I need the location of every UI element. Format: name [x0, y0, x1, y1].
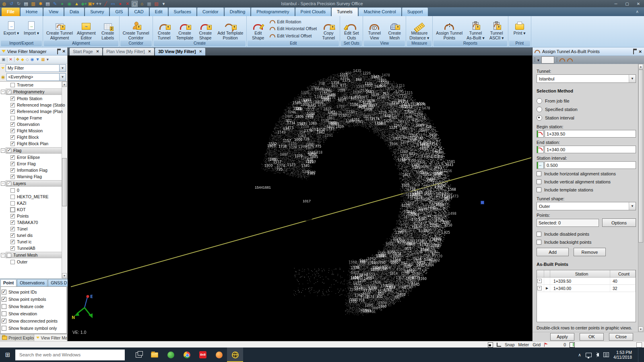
toolbar-overflow-icon[interactable]: ▾: [161, 1, 167, 7]
tree-item-kazi[interactable]: KAZI: [0, 200, 67, 206]
collapse-icon[interactable]: −: [1, 253, 5, 257]
chrome-icon[interactable]: [179, 348, 195, 362]
option-show-disconnected-points[interactable]: Show disconnected points: [2, 317, 66, 325]
chevron-down-icon[interactable]: ▼: [59, 65, 66, 72]
ribbon-tab-view[interactable]: View: [43, 8, 64, 16]
tree-item-kot[interactable]: KOT: [0, 206, 67, 213]
tree-group-photogrammetry[interactable]: −Photogrammetry: [0, 88, 67, 95]
table-row[interactable]: +▶1+340.0032: [537, 285, 636, 292]
edit-vertical-offset-button[interactable]: Edit Vertical Offset: [270, 32, 317, 39]
import-filter-icon[interactable]: ▼: [35, 57, 39, 62]
checkbox-include-disabled-points[interactable]: Include disabled points: [537, 230, 636, 238]
checkbox[interactable]: [2, 311, 6, 316]
option-show-point-ids[interactable]: Show point IDs: [2, 288, 66, 296]
tunnel-as-built-button[interactable]: +TunnelAs-Built ▾: [464, 17, 486, 40]
station-icon[interactable]: ◉: [66, 1, 72, 7]
checkbox[interactable]: [10, 240, 15, 244]
image-icon[interactable]: ▣▾: [88, 1, 94, 7]
checkbox[interactable]: [537, 232, 541, 237]
option-show-point-symbols[interactable]: Show point symbols: [2, 296, 66, 303]
checkbox-include-backsight-points[interactable]: Include backsight points: [537, 238, 636, 246]
tree-item-hekto-metre[interactable]: HEKTO_METRE: [0, 193, 67, 200]
ribbon-collapse-icon[interactable]: ˄: [636, 10, 638, 14]
export-button[interactable]: →Export ▾: [1, 17, 21, 40]
close-icon[interactable]: ✕: [62, 49, 66, 53]
checkbox[interactable]: [537, 187, 541, 192]
tree-item-flight-block-plan[interactable]: Flight Block Plan: [0, 140, 67, 147]
chevron-down-icon[interactable]: ▼: [629, 202, 636, 210]
ribbon-tab-support[interactable]: Support: [402, 8, 428, 16]
point-cloud-canvas[interactable]: [68, 56, 532, 341]
checkbox[interactable]: [10, 122, 15, 127]
calendar-icon[interactable]: [570, 342, 575, 348]
checkbox[interactable]: [10, 168, 15, 173]
ribbon-tab-surfaces[interactable]: Surfaces: [169, 8, 196, 16]
checkbox[interactable]: [537, 240, 541, 245]
status-meter[interactable]: Meter: [518, 342, 529, 347]
checkbox[interactable]: [10, 214, 15, 218]
delete-filter-icon[interactable]: ✕: [9, 57, 12, 62]
panel-icon[interactable]: ▭: [110, 1, 116, 7]
status-snap[interactable]: Snap: [505, 342, 515, 347]
checkbox[interactable]: [7, 90, 11, 94]
create-labels-button[interactable]: 2CreateLabels: [98, 17, 118, 40]
checkbox[interactable]: [10, 227, 15, 231]
close-tab-icon[interactable]: ✕: [148, 48, 151, 56]
radio-station-interval[interactable]: Station interval: [537, 113, 636, 122]
file-explorer-icon[interactable]: [147, 348, 163, 362]
tab-observations[interactable]: Observations: [17, 279, 47, 286]
checkbox[interactable]: [10, 201, 15, 206]
undo-icon[interactable]: ↺: [8, 1, 14, 7]
edit-shape-button[interactable]: EditShape: [248, 17, 268, 40]
ok-button[interactable]: OK: [580, 333, 604, 341]
minimize-button[interactable]: ─: [610, 0, 621, 7]
points-filter-icon[interactable]: ✥: [16, 57, 19, 62]
radio-specified-station[interactable]: Specified station: [537, 105, 636, 113]
close-icon[interactable]: ✕: [639, 49, 642, 54]
checkbox[interactable]: [10, 162, 15, 166]
tree-item-flight-mission[interactable]: Flight Mission: [0, 128, 67, 134]
tree-item-tunnelab[interactable]: TunnelAB: [0, 245, 67, 251]
ribbon-tab-file[interactable]: File: [2, 8, 20, 16]
collapse-icon[interactable]: −: [1, 90, 5, 94]
checkbox[interactable]: [10, 135, 15, 140]
checkbox[interactable]: [10, 155, 15, 160]
tunnel-view-button[interactable]: TunnelView: [364, 17, 384, 40]
checkbox[interactable]: [2, 326, 6, 331]
checkbox[interactable]: [10, 188, 15, 193]
create-mesh-button[interactable]: +CreateMesh: [384, 17, 405, 40]
begin-station-input[interactable]: 1+339.50: [545, 130, 636, 138]
tree-item-tunel-dis[interactable]: tunel dis: [0, 232, 67, 239]
edit-set-outs-button[interactable]: Edit SetOuts: [341, 17, 361, 40]
checkbox[interactable]: [2, 290, 6, 294]
checkbox[interactable]: [10, 83, 15, 87]
close-button[interactable]: ✕: [633, 0, 644, 7]
ribbon-tab-photogrammetry[interactable]: Photogrammetry: [251, 8, 294, 16]
tree-item-tabaka70[interactable]: TABAKA70: [0, 219, 67, 226]
tree-item-referenced-image-plan[interactable]: Referenced Image (Plan: [0, 108, 67, 115]
ribbon-tab-tunnels[interactable]: Tunnels: [332, 8, 358, 16]
ortho-mode-icon[interactable]: [497, 343, 501, 347]
layers-filter-icon[interactable]: ◆: [21, 57, 24, 62]
checkbox[interactable]: [10, 116, 15, 120]
option-show-feature-symbol-only[interactable]: Show feature symbol only: [2, 325, 66, 332]
add-button[interactable]: Add: [537, 248, 569, 256]
start-button[interactable]: ⊞: [0, 348, 15, 362]
tunnel-ascii-button[interactable]: +TunnelASCII ▾: [487, 17, 507, 40]
table-row[interactable]: +1+339.5040: [537, 278, 636, 285]
tree-group-tunnel-mesh[interactable]: −Tunnel Mesh: [0, 251, 67, 259]
report-icon[interactable]: ▤: [45, 1, 51, 7]
checkbox[interactable]: [10, 142, 15, 146]
checkbox[interactable]: [2, 297, 6, 302]
add-template-position-button[interactable]: +Add TemplatePosition: [215, 17, 245, 40]
radio-button[interactable]: [537, 98, 542, 104]
doc-tab-start-page[interactable]: Start Page✕: [70, 48, 102, 56]
expand-icon[interactable]: +: [537, 279, 542, 283]
volume-icon[interactable]: [596, 353, 599, 357]
tunnel-tool-icon[interactable]: [567, 58, 573, 62]
ribbon-tab-home[interactable]: Home: [21, 8, 43, 16]
create-tunnel-button[interactable]: +CreateTunnel: [154, 17, 174, 40]
survey-office-icon[interactable]: [227, 348, 243, 362]
tree-item-image-frame[interactable]: Image Frame: [0, 115, 67, 121]
scroll-thumb[interactable]: [638, 70, 643, 243]
